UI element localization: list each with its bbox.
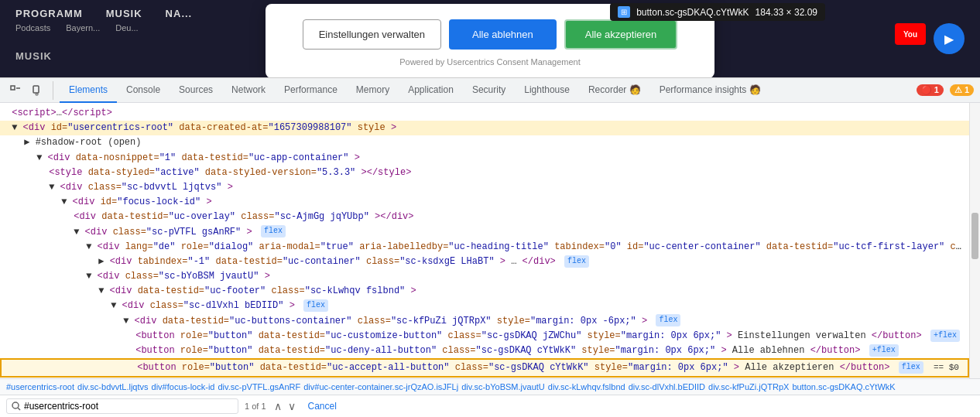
- search-prev-button[interactable]: ∧: [272, 398, 283, 414]
- dom-line-7[interactable]: <div data-testid="uc-overlay" class="sc-…: [0, 210, 969, 224]
- tab-elements[interactable]: Elements: [60, 78, 117, 103]
- dom-line-11[interactable]: ▼ <div class="sc-bYoBSM jvautU" >: [0, 269, 969, 284]
- dom-line-5[interactable]: ▼ <div class="sc-bdvvtL ljqtvs" >: [0, 180, 969, 195]
- tooltip-element-name: button.sc-gsDKAQ.cYtWkK: [636, 7, 749, 18]
- search-cancel-button[interactable]: Cancel: [303, 399, 341, 413]
- device-toolbar-icon[interactable]: [28, 81, 46, 100]
- tab-recorder[interactable]: Recorder 🧑: [579, 78, 650, 103]
- tooltip-devtools-icon: ⊞: [618, 6, 630, 18]
- svg-rect-3: [36, 94, 38, 95]
- breadcrumb-bar: #usercentrics-root div.sc-bdvvtL.ljqtvs …: [0, 378, 980, 395]
- nav-item-na: NA...: [166, 8, 193, 19]
- svg-line-5: [18, 408, 20, 410]
- dollar-zero-badge: == $0: [934, 363, 959, 372]
- devtools-tab-bar: Elements Console Sources Network Perform…: [0, 78, 980, 103]
- breadcrumb-6[interactable]: div.sc-kLwhqv.fslbnd: [548, 382, 625, 391]
- dom-line-15[interactable]: <button role="button" data-testid="uc-cu…: [0, 329, 969, 344]
- dom-line-12[interactable]: ▼ <div data-testid="uc-footer" class="sc…: [0, 284, 969, 299]
- website-musik-label: MUSIK: [15, 50, 52, 62]
- flex-badge-4: flex: [656, 314, 680, 326]
- flex-badge-5: +flex: [930, 330, 960, 342]
- nav-item-musik: MUSIK: [106, 8, 142, 19]
- svg-rect-2: [33, 86, 39, 93]
- devtools-panel: Elements Console Sources Network Perform…: [0, 77, 980, 417]
- warn-count-badge: ⚠ 1: [950, 84, 974, 96]
- dom-line-9[interactable]: ▼ <div lang="de" role="dialog" aria-moda…: [0, 240, 969, 255]
- breadcrumb-1[interactable]: div.sc-bdvvtL.ljqtvs: [77, 382, 149, 391]
- dom-line-17[interactable]: <button role="button" data-testid="uc-ac…: [0, 358, 969, 378]
- scroll-thumb[interactable]: [971, 213, 978, 259]
- tab-console[interactable]: Console: [117, 78, 170, 103]
- tab-application[interactable]: Application: [399, 78, 463, 103]
- tab-performance[interactable]: Performance: [275, 78, 347, 103]
- flex-badge-7: flex: [899, 361, 923, 374]
- breadcrumb-7[interactable]: div.sc-dlVxhl.bEDIID: [629, 382, 705, 391]
- search-input[interactable]: [24, 401, 179, 412]
- dom-scrollbar[interactable]: [969, 103, 980, 378]
- search-icon: [12, 402, 21, 411]
- search-nav-buttons: ∧ ∨: [272, 398, 297, 414]
- breadcrumb-2[interactable]: div#focus-lock-id: [152, 382, 215, 391]
- dom-tree-panel[interactable]: <script>…</script> ▼ <div id="usercentri…: [0, 103, 969, 378]
- nav-item-programm: PROGRAMM: [15, 8, 83, 19]
- inspect-element-icon[interactable]: [6, 81, 25, 100]
- dom-line-1[interactable]: ▼ <div id="usercentrics-root" data-creat…: [0, 121, 969, 135]
- flex-badge-6: +flex: [869, 344, 899, 357]
- error-count-badge: 🔴 1: [917, 84, 944, 96]
- dom-line-10[interactable]: ▶ <div tabindex="-1" data-testid="uc-con…: [0, 255, 969, 269]
- dom-line-4[interactable]: <style data-styled="active" data-styled-…: [0, 166, 969, 180]
- tab-security[interactable]: Security: [463, 78, 515, 103]
- dom-line-14[interactable]: ▼ <div data-testid="uc-buttons-container…: [0, 314, 969, 329]
- tab-right-area: 🔴 1 ⚠ 1: [917, 84, 974, 96]
- website-preview: PROGRAMM MUSIK NA... Podcasts Bayern... …: [0, 0, 980, 77]
- search-next-button[interactable]: ∨: [286, 398, 297, 414]
- flex-badge: flex: [261, 225, 286, 238]
- svg-point-4: [12, 402, 19, 408]
- dom-line-0[interactable]: <script>…</script>: [0, 106, 969, 121]
- dom-line-13[interactable]: ▼ <div class="sc-dlVxhl bEDIID" > flex: [0, 299, 969, 313]
- svg-rect-0: [11, 86, 15, 90]
- dom-line-2[interactable]: ▶ #shadow-root (open): [0, 135, 969, 150]
- breadcrumb-9[interactable]: button.sc-gsDKAQ.cYtWkK: [792, 382, 895, 391]
- consent-powered-text: Powered by Usercentrics Consent Manageme…: [289, 57, 691, 67]
- breadcrumb-3[interactable]: div.sc-pVTFL.gsAnRF: [218, 382, 300, 391]
- play-button[interactable]: ▶: [934, 23, 965, 54]
- dom-line-6[interactable]: ▼ <div id="focus-lock-id" >: [0, 195, 969, 210]
- tab-network[interactable]: Network: [222, 78, 275, 103]
- website-subnav: Podcasts Bayern... Deu...: [15, 23, 139, 32]
- dom-line-16[interactable]: <button role="button" data-testid="uc-de…: [0, 344, 969, 358]
- element-tooltip: ⊞ button.sc-gsDKAQ.cYtWkK 184.33 × 32.09: [610, 3, 825, 21]
- breadcrumb-8[interactable]: div.sc-kfPuZi.jQTRpX: [708, 382, 789, 391]
- breadcrumb-root[interactable]: #usercentrics-root: [6, 382, 74, 391]
- manage-settings-button[interactable]: Einstellungen verwalten: [303, 19, 441, 50]
- dom-line-3[interactable]: ▼ <div data-nosnippet="1" data-testid="u…: [0, 151, 969, 166]
- flex-badge-3: flex: [303, 299, 328, 312]
- breadcrumb-4[interactable]: div#uc-center-container.sc-jrQzAO.isJFLj: [303, 382, 458, 391]
- tab-performance-insights[interactable]: Performance insights 🧑: [650, 78, 770, 103]
- search-bar: 1 of 1 ∧ ∨ Cancel: [0, 395, 980, 417]
- flex-badge-2: flex: [564, 255, 589, 268]
- youtube-button[interactable]: You: [895, 23, 926, 45]
- consent-buttons: Einstellungen verwalten Alle ablehnen Al…: [289, 19, 691, 50]
- tab-lighthouse[interactable]: Lighthouse: [515, 78, 579, 103]
- search-result-count: 1 of 1: [245, 402, 266, 411]
- dom-line-8[interactable]: ▼ <div class="sc-pVTFL gsAnRF" > flex: [0, 225, 969, 240]
- accept-all-button[interactable]: Alle akzeptieren: [564, 19, 678, 50]
- tooltip-dimensions: 184.33 × 32.09: [756, 7, 817, 18]
- tab-icon-group: [6, 81, 53, 100]
- tab-memory[interactable]: Memory: [347, 78, 399, 103]
- reject-all-button[interactable]: Alle ablehnen: [449, 19, 557, 50]
- website-nav: PROGRAMM MUSIK NA...: [15, 8, 192, 19]
- search-input-wrap: [6, 398, 238, 414]
- breadcrumb-5[interactable]: div.sc-bYoBSM.jvautU: [461, 382, 545, 391]
- tab-sources[interactable]: Sources: [170, 78, 222, 103]
- devtools-main-area: <script>…</script> ▼ <div id="usercentri…: [0, 103, 980, 378]
